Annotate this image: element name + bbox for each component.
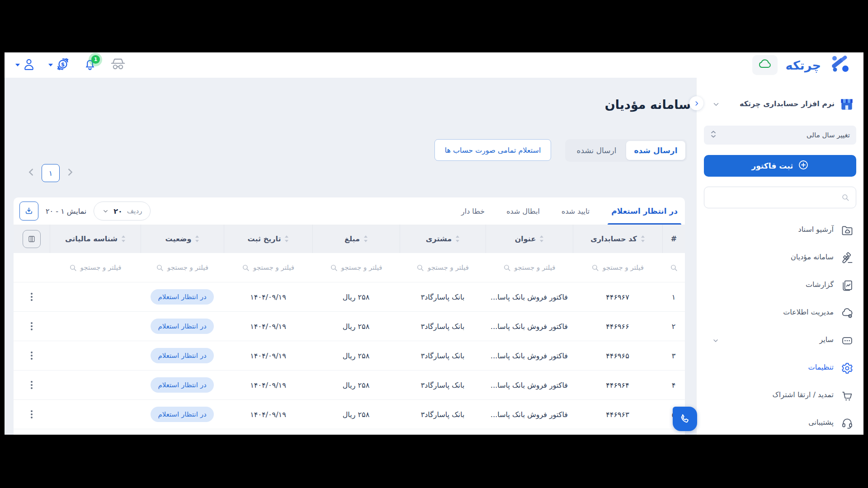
new-invoice-button[interactable]: ثبت فاکتور [704, 155, 856, 177]
sidebar-menu-item[interactable]: سامانه مؤدیان [697, 247, 863, 269]
more-icon [841, 334, 854, 347]
incognito-button[interactable] [109, 57, 127, 73]
send-state-tab[interactable]: ارسال نشده [567, 141, 626, 160]
cell-accounting-code: ۴۴۶۹۶۶ [573, 312, 662, 341]
cell-tax-id [50, 400, 141, 429]
sidebar-menu-item[interactable]: آرشیو اسناد [697, 220, 863, 241]
column-settings-button[interactable] [23, 230, 41, 248]
send-state-tab[interactable]: ارسال شده [626, 141, 685, 160]
filter-amount[interactable]: فیلتر و جستجو [312, 253, 400, 282]
column-header-accounting-code[interactable]: کد حسابداری [573, 225, 662, 253]
cell-accounting-code: ۴۴۶۹۶۳ [573, 400, 662, 429]
sidebar-menu-item[interactable]: سایر [697, 330, 863, 352]
filter-tax-id[interactable]: فیلتر و جستجو [50, 253, 141, 282]
status-tab[interactable]: در انتظار استعلام [611, 197, 678, 225]
search-icon [591, 264, 599, 272]
notifications-button[interactable]: 1 [83, 57, 97, 73]
column-header-tax-id[interactable]: شناسه مالیاتی [50, 225, 141, 253]
sidebar-item-label: سامانه مؤدیان [791, 253, 834, 261]
sort-icon [539, 235, 544, 242]
chevron-down-icon[interactable] [712, 100, 720, 110]
rows-per-page-dropdown[interactable]: ردیف ۲۰ [94, 202, 151, 221]
sidebar-menu: آرشیو اسناد سامانه مؤدیان گزارشات [697, 220, 863, 435]
invoices-table-card: در انتظار استعلام تایید شده ابطال شده خط… [14, 197, 685, 435]
row-menu-button[interactable] [28, 349, 35, 362]
chevron-down-icon[interactable] [712, 337, 719, 346]
plus-circle-icon [798, 160, 809, 172]
row-menu-button[interactable] [28, 319, 35, 333]
table-row[interactable]: ۲ ۴۴۶۹۶۶ فاکتور فروش بانک پاسا... بانک پ… [14, 311, 685, 341]
column-header-title[interactable]: عنوان [486, 225, 573, 253]
table-filter-row: فیلتر و جستجو فیلتر و جستجو فیلتر و جستج… [14, 253, 685, 282]
chevron-right-icon [693, 100, 700, 107]
sidebar-search-input[interactable] [704, 187, 856, 208]
fiscal-year-selector[interactable]: تغییر سال مالی [704, 126, 856, 145]
cell-customer: بانک پاسارگاد۳ [400, 371, 486, 399]
cell-amount: ۲۵۸ ریال [312, 341, 400, 370]
status-tabs: در انتظار استعلام تایید شده ابطال شده خط… [461, 197, 678, 225]
table-row[interactable]: ۳ ۴۴۶۹۶۵ فاکتور فروش بانک پاسا... بانک پ… [14, 341, 685, 370]
cart-icon [841, 389, 854, 402]
cell-index: ۴ [662, 371, 685, 399]
row-menu-button[interactable] [28, 290, 35, 304]
table-row[interactable]: ۵ ۴۴۶۹۶۳ فاکتور فروش بانک پاسا... بانک پ… [14, 399, 685, 429]
sidebar-menu-item[interactable]: تمدید / ارتقا اشتراک [697, 385, 863, 407]
sidebar-app-header[interactable]: نرم افزار حسابداری چرتکه [697, 94, 863, 117]
status-tab-label: در انتظار استعلام [611, 206, 678, 216]
send-state-tabs: ارسال شده ارسال نشده [565, 139, 687, 162]
inquiry-all-statements-button[interactable]: استعلام تمامی صورت حساب ها [434, 139, 551, 161]
filter-register-date[interactable]: فیلتر و جستجو [224, 253, 312, 282]
sidebar-menu-item[interactable]: مدیریت اطلاعات [697, 302, 863, 324]
column-header-actions [14, 225, 50, 253]
current-page-box[interactable]: ۱ [42, 164, 60, 182]
chevron-down-icon [48, 64, 53, 66]
up-down-icon [710, 130, 717, 140]
user-menu-button[interactable] [15, 57, 36, 73]
cell-actions [14, 371, 50, 399]
status-tab[interactable]: خطا دار [461, 197, 485, 225]
download-button[interactable] [19, 202, 38, 221]
filter-accounting-code[interactable]: فیلتر و جستجو [573, 253, 662, 282]
status-tab-label: خطا دار [461, 207, 485, 216]
previous-page-icon[interactable] [26, 166, 36, 180]
filter-title[interactable]: فیلتر و جستجو [486, 253, 573, 282]
currency-menu-button[interactable]: $ [48, 56, 71, 74]
table-row[interactable]: ۱ ۴۴۶۹۶۷ فاکتور فروش بانک پاسا... بانک پ… [14, 282, 685, 311]
column-header-index[interactable]: # [662, 225, 685, 253]
sidebar-menu-item[interactable]: پشتیبانی [697, 413, 863, 434]
status-tab[interactable]: ابطال شده [506, 197, 540, 225]
cell-status: در انتظار استعلام [141, 282, 224, 311]
cell-amount: ۲۵۸ ریال [312, 400, 400, 429]
table-header-row: # کد حسابداری عنوان مشتری مبلغ تاریخ ثبت… [14, 225, 685, 253]
column-header-customer[interactable]: مشتری [400, 225, 486, 253]
send-tab-label: ارسال شده [634, 146, 678, 155]
cell-index: ۱ [662, 282, 685, 311]
row-menu-button[interactable] [28, 408, 35, 421]
support-call-button[interactable] [673, 407, 697, 431]
cloud-sync-button[interactable] [752, 55, 778, 75]
sidebar-menu-item[interactable]: تنظیمات [697, 357, 863, 379]
row-menu-button[interactable] [28, 378, 35, 392]
cell-accounting-code: ۴۴۶۹۶۴ [573, 371, 662, 399]
currency-exchange-icon: $ [55, 56, 71, 74]
filter-customer[interactable]: فیلتر و جستجو [400, 253, 486, 282]
column-header-register-date[interactable]: تاریخ ثبت [224, 225, 312, 253]
sidebar-collapse-button[interactable] [689, 96, 703, 110]
cloud-settings-icon [841, 307, 854, 319]
column-header-amount[interactable]: مبلغ [312, 225, 400, 253]
cell-register-date: ۱۴۰۴/۰۹/۱۹ [224, 282, 312, 311]
sidebar-item-label: پشتیبانی [808, 418, 834, 427]
next-page-icon[interactable] [65, 166, 75, 180]
table-row[interactable]: ۴ ۴۴۶۹۶۴ فاکتور فروش بانک پاسا... بانک پ… [14, 370, 685, 399]
status-badge: در انتظار استعلام [151, 407, 213, 422]
showing-range-label: نمایش ۱ - ۲۰ [46, 207, 86, 216]
status-tab[interactable]: تایید شده [561, 197, 590, 225]
filter-status[interactable]: فیلتر و جستجو [141, 253, 224, 282]
sidebar-menu-item[interactable]: گزارشات [697, 275, 863, 296]
page-title: سامانه مؤدیان [600, 98, 691, 112]
rows-per-page-label: ردیف [127, 207, 142, 215]
reports-icon [841, 279, 854, 292]
sidebar-item-label: سایر [819, 335, 834, 344]
filter-index[interactable] [662, 253, 685, 282]
column-header-status[interactable]: وضعیت [141, 225, 224, 253]
